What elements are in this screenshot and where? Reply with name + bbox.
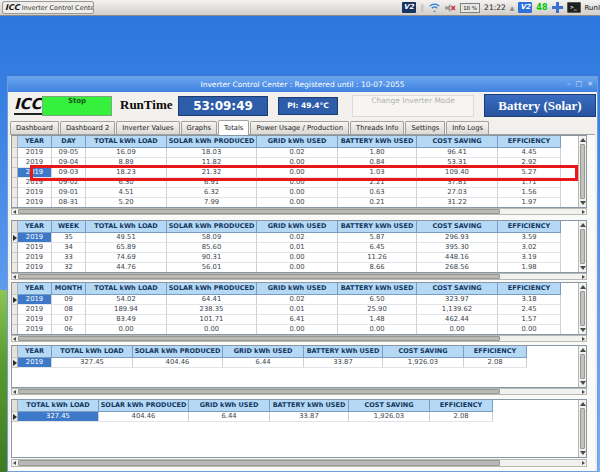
grid-cell[interactable]: 0.00	[257, 198, 338, 208]
grid-cell[interactable]: 6.91	[167, 178, 257, 188]
grid-cell[interactable]: 54.02	[86, 295, 167, 305]
grid-cell[interactable]: 1.56	[498, 188, 561, 198]
column-header[interactable]: SOLAR kWh PRODUCED	[167, 136, 257, 148]
row-selector[interactable]	[12, 253, 18, 263]
vnc-viewer-icon[interactable]: V2	[518, 2, 532, 13]
grid-cell[interactable]: 1.48	[338, 315, 417, 325]
grid-cell[interactable]: 6.30	[86, 178, 167, 188]
column-header[interactable]: SOLAR kWh PRODUCED	[133, 346, 223, 358]
row-selector[interactable]	[12, 158, 18, 168]
tab-info-logs[interactable]: Info Logs	[446, 121, 489, 134]
grid-cell[interactable]: 09-01	[52, 188, 86, 198]
grid-cell[interactable]: 0.00	[257, 325, 338, 335]
grid-cell[interactable]: 07	[52, 315, 86, 325]
grid-cell[interactable]: 0.00	[257, 263, 338, 273]
row-selector[interactable]	[12, 315, 18, 325]
grand-grid-hscrollbar[interactable]	[11, 459, 587, 467]
row-selector-corner[interactable]	[12, 283, 18, 295]
grid-cell[interactable]: 5.87	[338, 233, 417, 243]
column-header[interactable]: YEAR	[18, 346, 52, 358]
tab-dashboard-2[interactable]: Dashboard 2	[60, 121, 115, 134]
grid-cell[interactable]: 85.60	[167, 243, 257, 253]
scroll-down-icon[interactable]	[580, 381, 586, 385]
grid-cell[interactable]: 8.89	[86, 158, 167, 168]
grid-cell[interactable]: 3.59	[498, 233, 561, 243]
column-header[interactable]: GRID kWh USED	[257, 283, 338, 295]
column-header[interactable]: COST SAVING	[417, 283, 498, 295]
column-header[interactable]: COST SAVING	[417, 221, 498, 233]
weekly-totals-vscrollbar[interactable]	[578, 221, 586, 272]
scroll-up-icon[interactable]	[580, 348, 586, 352]
column-header[interactable]: YEAR	[18, 221, 52, 233]
grid-cell[interactable]: 2019	[18, 168, 52, 178]
vscroll-thumb[interactable]	[580, 291, 585, 326]
hscroll-thumb[interactable]	[18, 274, 500, 279]
grid-cell[interactable]: 238.35	[167, 305, 257, 315]
grid-cell[interactable]: 2019	[18, 263, 52, 273]
grid-cell[interactable]: 6.44	[223, 358, 304, 368]
grid-cell[interactable]: 56.01	[167, 263, 257, 273]
grid-cell[interactable]: 6.45	[338, 243, 417, 253]
grid-cell[interactable]: 2019	[18, 178, 52, 188]
column-header[interactable]: EFFICIENCY	[430, 400, 493, 412]
grid-cell[interactable]: 0.00	[167, 325, 257, 335]
grid-cell[interactable]: 09-04	[52, 158, 86, 168]
grid-cell[interactable]: 8.66	[338, 263, 417, 273]
grid-cell[interactable]: 64.41	[167, 295, 257, 305]
grid-cell[interactable]: 0.00	[417, 325, 498, 335]
grid-cell[interactable]: 2.92	[498, 158, 561, 168]
column-header[interactable]: BATTERY kWh USED	[304, 346, 383, 358]
grid-cell[interactable]: 53.31	[417, 158, 498, 168]
stop-button[interactable]: Stop	[42, 96, 112, 116]
grid-cell[interactable]: 0.84	[338, 158, 417, 168]
grid-cell[interactable]: 462.44	[417, 315, 498, 325]
grid-cell[interactable]: 08	[52, 305, 86, 315]
grid-cell[interactable]: 5.27	[498, 168, 561, 178]
grid-cell[interactable]: 0.00	[498, 325, 561, 335]
column-header[interactable]: EFFICIENCY	[498, 283, 561, 295]
tab-totals[interactable]: Totals	[218, 120, 249, 135]
grid-cell[interactable]: 404.46	[99, 412, 189, 422]
taskbar-app-button[interactable]: ICC Inverter Control Cente...	[2, 1, 94, 14]
grid-cell[interactable]: 21.32	[167, 168, 257, 178]
wifi-icon[interactable]	[429, 3, 440, 12]
row-selector[interactable]	[12, 243, 18, 253]
column-header[interactable]: SOLAR kWh PRODUCED	[167, 221, 257, 233]
grid-cell[interactable]: 2.21	[338, 178, 417, 188]
grid-cell[interactable]: 18.23	[86, 168, 167, 178]
grid-cell[interactable]: 37.81	[417, 178, 498, 188]
grid-cell[interactable]: 0.00	[257, 188, 338, 198]
grid-cell[interactable]: 33.87	[270, 412, 349, 422]
grid-cell[interactable]: 2019	[18, 243, 52, 253]
column-header[interactable]: YEAR	[18, 136, 52, 148]
row-selector-corner[interactable]	[12, 221, 18, 233]
scroll-right-icon[interactable]	[582, 461, 585, 465]
hscroll-thumb[interactable]	[18, 336, 500, 341]
scroll-right-icon[interactable]	[582, 210, 585, 214]
grid-cell[interactable]: 90.31	[167, 253, 257, 263]
grid-cell[interactable]: 06	[52, 325, 86, 335]
column-header[interactable]: SOLAR kWh PRODUCED	[167, 283, 257, 295]
eject-icon[interactable]: ▲	[510, 4, 515, 11]
grid-cell[interactable]: 1.80	[338, 148, 417, 158]
grid-cell[interactable]: 0.00	[257, 168, 338, 178]
grid-cell[interactable]: 1,926.03	[349, 412, 430, 422]
column-header[interactable]: COST SAVING	[417, 136, 498, 148]
bluetooth-icon[interactable]: ᛒ	[420, 0, 425, 16]
column-header[interactable]: EFFICIENCY	[498, 136, 561, 148]
scroll-right-icon[interactable]	[582, 337, 585, 341]
grid-cell[interactable]: 1,139.62	[417, 305, 498, 315]
monthly-grid-hscrollbar[interactable]	[11, 335, 587, 342]
grid-cell[interactable]: 0.02	[257, 148, 338, 158]
column-header[interactable]: SOLAR kWh PRODUCED	[99, 400, 189, 412]
grid-cell[interactable]: 2019	[18, 253, 52, 263]
column-header[interactable]: DAY	[52, 136, 86, 148]
column-header[interactable]: COST SAVING	[383, 346, 464, 358]
grid-cell[interactable]: 448.16	[417, 253, 498, 263]
close-button[interactable]: ✕	[587, 77, 593, 92]
tab-dashboard[interactable]: Dashboard	[10, 121, 59, 134]
scroll-right-icon[interactable]	[582, 390, 585, 394]
grid-cell[interactable]: 2019	[18, 233, 52, 243]
volume-muted-icon[interactable]	[444, 3, 456, 13]
row-selector[interactable]	[12, 198, 18, 208]
